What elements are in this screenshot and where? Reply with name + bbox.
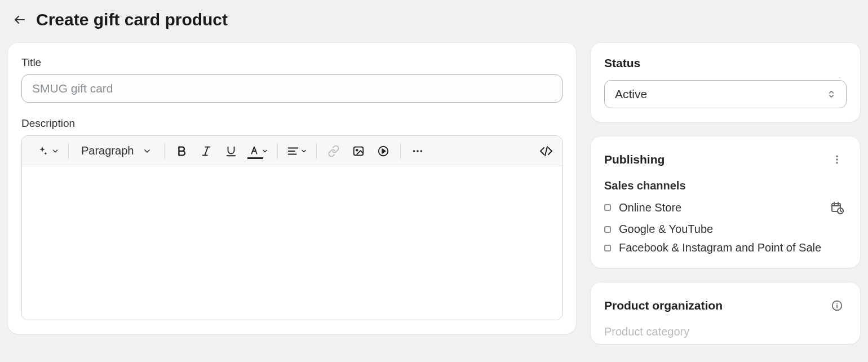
title-input[interactable] — [21, 74, 563, 103]
product-details-card: Title Description — [8, 43, 576, 334]
sparkle-icon — [37, 145, 48, 157]
channel-bullet-icon — [604, 204, 611, 211]
more-button[interactable] — [408, 141, 428, 161]
dots-horizontal-icon — [411, 145, 424, 157]
italic-icon — [200, 145, 212, 157]
image-icon — [352, 145, 365, 157]
align-button[interactable] — [285, 141, 309, 161]
chevron-down-icon — [300, 148, 307, 154]
svg-point-15 — [420, 150, 423, 152]
description-editor: Paragraph — [21, 135, 563, 320]
paragraph-style-select[interactable]: Paragraph — [76, 141, 157, 161]
svg-line-16 — [545, 147, 547, 156]
info-icon — [831, 299, 843, 312]
link-icon — [327, 145, 340, 157]
svg-point-13 — [413, 150, 415, 152]
channel-label: Online Store — [619, 201, 681, 214]
svg-line-3 — [205, 147, 209, 155]
editor-toolbar: Paragraph — [22, 136, 562, 166]
svg-point-14 — [417, 150, 419, 152]
dots-vertical-icon — [831, 154, 843, 165]
italic-button[interactable] — [196, 141, 216, 161]
channel-row: Facebook & Instagram and Point of Sale — [604, 241, 847, 254]
calendar-clock-icon — [830, 201, 844, 214]
select-chevrons-icon — [827, 89, 836, 100]
sales-channels-heading: Sales channels — [604, 179, 847, 192]
status-value: Active — [615, 87, 647, 101]
channel-bullet-icon — [604, 245, 611, 251]
product-category-label: Product category — [604, 325, 847, 338]
chevron-down-icon — [51, 147, 59, 155]
organization-heading: Product organization — [604, 299, 723, 312]
channel-row: Online Store — [604, 198, 847, 217]
code-view-button[interactable] — [536, 141, 556, 161]
svg-point-28 — [836, 303, 838, 304]
svg-point-19 — [836, 162, 838, 164]
underline-button[interactable] — [221, 141, 241, 161]
bold-icon — [175, 145, 188, 157]
play-circle-icon — [377, 145, 389, 157]
publishing-more-button[interactable] — [827, 150, 847, 169]
status-heading: Status — [604, 56, 847, 70]
paragraph-style-label: Paragraph — [81, 144, 134, 157]
link-button[interactable] — [324, 141, 344, 161]
description-label: Description — [21, 117, 563, 130]
publishing-heading: Publishing — [604, 153, 665, 166]
title-label: Title — [21, 56, 563, 69]
description-textarea[interactable] — [22, 166, 562, 320]
text-color-icon — [248, 145, 260, 157]
status-card: Status Active — [591, 43, 860, 122]
align-left-icon — [287, 145, 299, 157]
code-icon — [539, 144, 553, 158]
video-button[interactable] — [373, 141, 393, 161]
channel-bullet-icon — [604, 226, 611, 233]
chevron-down-icon — [143, 147, 152, 156]
channel-label: Google & YouTube — [619, 223, 713, 236]
channel-row: Google & YouTube — [604, 223, 847, 236]
schedule-button[interactable] — [827, 198, 847, 217]
svg-marker-12 — [383, 149, 386, 153]
image-button[interactable] — [348, 141, 369, 161]
svg-point-18 — [836, 158, 838, 160]
svg-point-10 — [356, 149, 358, 151]
underline-icon — [225, 145, 237, 157]
channel-label: Facebook & Instagram and Point of Sale — [619, 241, 821, 254]
page-title: Create gift card product — [36, 10, 228, 29]
organization-info-button[interactable] — [827, 296, 847, 315]
bold-button[interactable] — [171, 141, 192, 161]
publishing-card: Publishing Sales channels Online Store — [591, 136, 860, 268]
arrow-left-icon — [13, 13, 26, 27]
ai-assist-button[interactable] — [34, 141, 61, 161]
page-header: Create gift card product — [8, 8, 860, 43]
chevron-down-icon — [262, 148, 268, 154]
svg-point-17 — [836, 156, 838, 157]
status-select[interactable]: Active — [604, 80, 847, 108]
back-button[interactable] — [11, 11, 28, 28]
text-color-button[interactable] — [246, 141, 271, 161]
organization-card: Product organization Product category — [591, 282, 860, 344]
